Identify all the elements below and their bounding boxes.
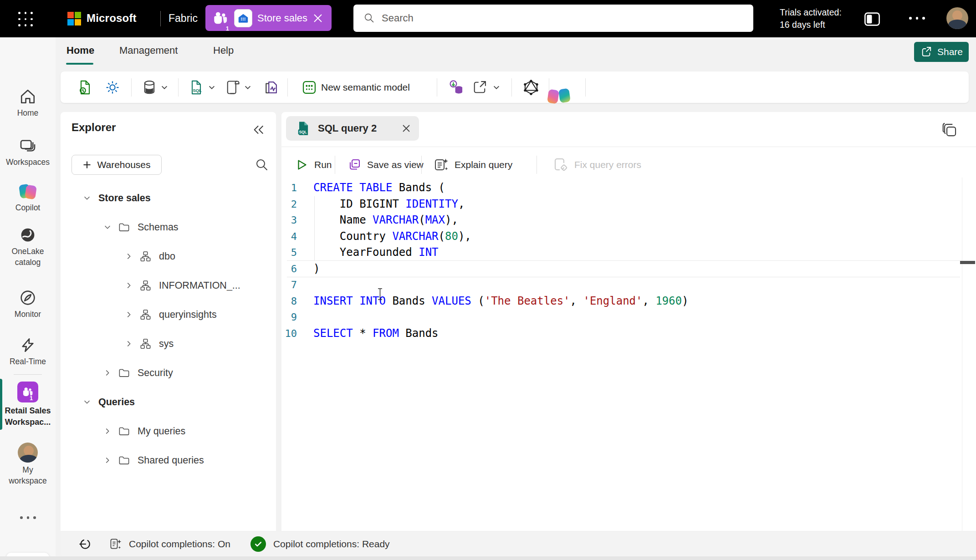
retail-workspace-teams-icon: 1 xyxy=(17,382,38,402)
fix-query-errors-icon xyxy=(553,157,569,173)
settings-gear-icon[interactable] xyxy=(104,79,121,96)
explain-query-button[interactable]: Explain query xyxy=(434,150,512,179)
close-workspace-icon[interactable] xyxy=(312,13,323,24)
chevron-right-icon[interactable] xyxy=(125,252,133,260)
chevron-down-icon[interactable] xyxy=(103,223,112,231)
tree-item-dbo[interactable]: dbo xyxy=(61,242,276,271)
tab-help[interactable]: Help xyxy=(213,45,234,56)
code-line-4[interactable]: 4 Country VARCHAR(80), xyxy=(281,229,960,245)
sidebar-item-monitor[interactable]: Monitor xyxy=(0,289,56,320)
new-semantic-model-button[interactable]: New semantic model xyxy=(321,82,410,93)
sidebar-item-copilot[interactable]: Copilot xyxy=(0,183,56,213)
fix-query-errors-button[interactable]: Fix query errors xyxy=(553,150,641,179)
tree-item-schemas[interactable]: Schemas xyxy=(61,213,276,242)
sidebar-item-retail-sales-workspace[interactable]: 1 Retail Sales Workspac... xyxy=(0,382,56,428)
run-play-icon xyxy=(295,158,309,172)
sidebar-item-my-workspace[interactable]: My workspace xyxy=(0,443,56,486)
teams-badge: 1 xyxy=(226,25,229,32)
sidebar-item-home[interactable]: Home xyxy=(0,87,56,118)
code-line-5[interactable]: 5 YearFounded INT xyxy=(281,244,960,261)
my-workspace-avatar xyxy=(0,443,56,463)
tree-item-sys[interactable]: sys xyxy=(61,329,276,358)
tree-item-queryinsights[interactable]: queryinsights xyxy=(61,300,276,329)
chevron-right-icon[interactable] xyxy=(125,340,133,348)
save-as-view-icon xyxy=(347,158,362,172)
sidebar-item-workspaces[interactable]: Workspaces xyxy=(0,137,56,168)
explain-query-icon xyxy=(434,157,449,173)
copilot-completions-status[interactable]: Copilot completions: On xyxy=(129,539,230,550)
open-in-app-chevron-icon[interactable] xyxy=(492,83,501,92)
tree-item-information[interactable]: INFORMATION_... xyxy=(61,271,276,300)
chevron-right-icon[interactable] xyxy=(103,369,112,377)
side-panel-toggle-icon[interactable] xyxy=(864,11,881,27)
tree-item-label: My queries xyxy=(138,426,185,437)
code-line-10[interactable]: 10SELECT * FROM Bands xyxy=(281,326,960,342)
account-avatar[interactable] xyxy=(946,7,968,29)
get-data-icon[interactable] xyxy=(448,79,465,96)
add-warehouses-button[interactable]: Warehouses xyxy=(72,155,162,175)
sidebar-item-onelake-catalog[interactable]: OneLake catalog xyxy=(0,226,56,268)
chevron-right-icon[interactable] xyxy=(103,427,112,435)
left-nav-rail: Home Workspaces Copilot OneLake catalog xyxy=(0,37,56,560)
sql-code-editor[interactable]: 1CREATE TABLE Bands (2 ID BIGINT IDENTIT… xyxy=(281,180,960,341)
save-as-view-button[interactable]: Save as view xyxy=(347,150,424,179)
run-button[interactable]: Run xyxy=(295,150,332,179)
new-sql-file-icon[interactable]: SQL xyxy=(188,79,204,96)
tree-item-queries[interactable]: Queries xyxy=(61,387,276,417)
copilot-icon xyxy=(0,183,56,200)
code-line-7[interactable]: 7 xyxy=(281,277,960,293)
more-options-icon[interactable] xyxy=(909,17,925,20)
sidebar-item-real-time[interactable]: Real-Time xyxy=(0,336,56,367)
overview-ruler-cursor-marker[interactable] xyxy=(960,261,975,264)
code-text: YearFounded INT xyxy=(313,244,439,261)
copy-as-icon[interactable] xyxy=(941,121,958,138)
chevron-down-icon[interactable] xyxy=(83,398,91,406)
workspace-pill[interactable]: 1 Store sales xyxy=(205,5,332,31)
search-icon xyxy=(363,12,375,24)
tab-sql-query-2[interactable]: SQL SQL query 2 xyxy=(286,116,419,141)
tree-item-my-queries[interactable]: My queries xyxy=(61,417,276,446)
tab-management[interactable]: Management xyxy=(119,45,178,56)
app-launcher-waffle-icon[interactable] xyxy=(16,10,35,28)
line-number: 9 xyxy=(281,309,297,326)
semantic-model-icon[interactable] xyxy=(301,79,317,96)
copilot-completions-icon[interactable] xyxy=(109,537,123,551)
tree-item-label: Store sales xyxy=(98,193,151,204)
chevron-right-icon[interactable] xyxy=(125,311,133,319)
new-sql-query-icon[interactable] xyxy=(77,79,93,96)
script-chevron-icon[interactable] xyxy=(244,83,252,92)
chevron-down-icon[interactable] xyxy=(83,194,91,202)
visual-query-icon[interactable] xyxy=(262,79,280,96)
query-toolbar-separator xyxy=(335,156,335,174)
tree-item-security[interactable]: Security xyxy=(61,358,276,387)
rail-more-icon[interactable] xyxy=(20,516,36,519)
collapse-explorer-icon[interactable] xyxy=(252,123,266,137)
ribbon-separator xyxy=(178,78,179,97)
collapse-status-icon[interactable] xyxy=(78,537,92,551)
tab-home[interactable]: Home xyxy=(66,45,94,56)
graphql-api-icon[interactable] xyxy=(522,79,540,96)
code-line-1[interactable]: 1CREATE TABLE Bands ( xyxy=(281,180,960,196)
tree-item-store-sales[interactable]: Store sales xyxy=(61,183,276,213)
explorer-search-icon[interactable] xyxy=(255,158,269,172)
chevron-right-icon[interactable] xyxy=(103,456,112,464)
code-line-8[interactable]: 8INSERT INTO Bands VALUES ('The Beatles'… xyxy=(281,293,960,310)
tree-item-shared-queries[interactable]: Shared queries xyxy=(61,446,276,475)
code-line-6[interactable]: 6) xyxy=(281,261,960,277)
sql-file-chevron-icon[interactable] xyxy=(208,83,216,92)
svg-text:SQL: SQL xyxy=(193,88,202,93)
explorer-title: Explorer xyxy=(72,121,116,134)
warehouse-db-icon[interactable] xyxy=(141,79,158,96)
open-in-app-icon[interactable] xyxy=(471,79,488,96)
topbar-divider xyxy=(160,11,161,26)
share-button[interactable]: Share xyxy=(914,42,969,62)
warehouse-db-chevron-icon[interactable] xyxy=(160,83,169,92)
page-bottom-strip xyxy=(0,556,976,560)
close-tab-icon[interactable] xyxy=(401,123,412,134)
code-line-9[interactable]: 9 xyxy=(281,309,960,326)
search-input[interactable]: Search xyxy=(353,5,753,32)
code-line-2[interactable]: 2 ID BIGINT IDENTITY, xyxy=(281,196,960,213)
chevron-right-icon[interactable] xyxy=(125,281,133,290)
script-icon[interactable] xyxy=(225,79,241,96)
code-line-3[interactable]: 3 Name VARCHAR(MAX), xyxy=(281,212,960,229)
